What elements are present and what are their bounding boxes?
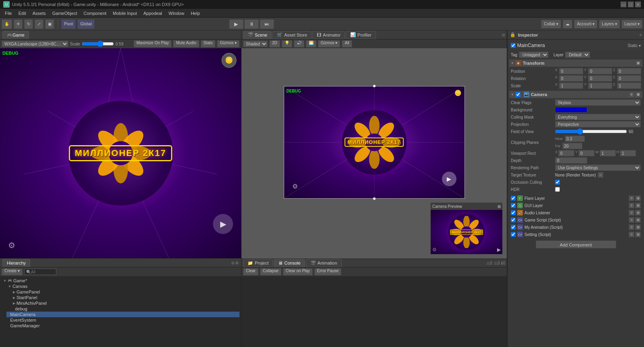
audio-help-btn[interactable]: ?: [629, 210, 634, 216]
transform-header[interactable]: ▼ ⊕ Transform ⚙: [509, 60, 642, 67]
my-animation-checkbox[interactable]: [511, 225, 516, 230]
global-btn[interactable]: Global: [77, 19, 95, 29]
tag-dropdown[interactable]: Untagged: [519, 51, 549, 58]
scale-slider[interactable]: [82, 41, 114, 46]
my-animation-settings-btn[interactable]: ⚙: [635, 224, 641, 230]
render-path-dropdown[interactable]: Use Graphics Settings: [555, 164, 641, 171]
pos-x[interactable]: [559, 68, 583, 74]
audio-settings-btn[interactable]: ⚙: [635, 210, 641, 216]
scale-y[interactable]: [588, 82, 612, 89]
hierarchy-item-debug[interactable]: debug: [11, 306, 239, 312]
my-animation-help-btn[interactable]: ?: [629, 224, 634, 230]
gizmos-scene-btn[interactable]: Gizmos ▾: [318, 40, 341, 47]
hierarchy-tab[interactable]: Hierarchy: [2, 259, 30, 267]
vp-w[interactable]: [600, 150, 616, 156]
flare-help-btn[interactable]: ?: [629, 195, 634, 201]
2d-btn[interactable]: 2D: [269, 40, 280, 47]
depth-field[interactable]: [555, 157, 587, 164]
camera-help-btn[interactable]: ?: [629, 92, 634, 97]
setting-settings-btn[interactable]: ⚙: [635, 232, 641, 237]
animator-tab[interactable]: 🎞 Animator: [312, 31, 345, 39]
hdr-checkbox[interactable]: [555, 187, 560, 192]
resolution-dropdown[interactable]: WXGA Landscape (1280×8C…: [2, 41, 68, 47]
occlusion-checkbox[interactable]: [555, 180, 560, 185]
camera-preview-maximize[interactable]: ⊞: [497, 204, 501, 209]
menu-mobileinput[interactable]: Mobile Input: [109, 9, 140, 18]
gui-layer-checkbox[interactable]: [511, 203, 516, 208]
collab-btn[interactable]: Collab ▾: [541, 20, 561, 29]
transform-settings-btn[interactable]: ⚙: [635, 60, 641, 66]
project-tab[interactable]: 📁 Project: [243, 259, 273, 267]
pos-y[interactable]: [588, 68, 612, 74]
camera-active-checkbox[interactable]: [516, 92, 520, 97]
gui-settings-btn[interactable]: ⚙: [635, 203, 641, 208]
add-component-btn[interactable]: Add Component: [536, 240, 616, 248]
tool-rotate[interactable]: ↻: [24, 19, 33, 29]
hierarchy-item-gamemanager[interactable]: GameManager: [6, 323, 239, 329]
maximize-on-play-btn[interactable]: Maximize On Play: [134, 40, 172, 47]
fov-slider[interactable]: [555, 129, 627, 134]
tool-scale[interactable]: ⤢: [35, 19, 43, 29]
menu-appodeal[interactable]: Appodeal: [140, 9, 165, 18]
stats-btn[interactable]: Stats: [201, 40, 216, 47]
collapse-btn[interactable]: Collapse: [260, 268, 281, 275]
tool-rect[interactable]: ▣: [45, 19, 54, 29]
game-script-settings-btn[interactable]: ⚙: [635, 217, 641, 223]
inspector-lock-icon[interactable]: 🔒: [510, 32, 516, 37]
vp-y[interactable]: [578, 150, 594, 156]
hierarchy-item-eventsystem[interactable]: EventSystem: [6, 317, 239, 323]
tool-hand[interactable]: ✋: [2, 19, 12, 29]
mute-audio-btn[interactable]: Mute Audio: [173, 40, 199, 47]
menu-assets[interactable]: Assets: [29, 9, 49, 18]
layout-btn[interactable]: Layout ▾: [621, 20, 642, 29]
play-btn[interactable]: ▶: [229, 19, 244, 29]
scene-gear-icon[interactable]: ⚙: [292, 183, 298, 190]
hierarchy-item-miniachivpanel[interactable]: ▶ MiniAchivPanel: [11, 300, 239, 306]
gear-icon-game[interactable]: ⚙: [8, 240, 15, 250]
layer-dropdown[interactable]: Default: [565, 51, 590, 58]
shade-mode-dropdown[interactable]: Shaded: [243, 41, 268, 47]
flare-layer-checkbox[interactable]: [511, 196, 516, 201]
hierarchy-item-startpanel[interactable]: ▶ StartPanel: [11, 295, 239, 300]
window-controls[interactable]: — □ ✕: [621, 2, 641, 7]
background-color-swatch[interactable]: [555, 107, 587, 113]
scene-effects-btn[interactable]: 🌅: [306, 40, 316, 47]
cam-gear-icon[interactable]: ⚙: [432, 247, 437, 253]
menu-help[interactable]: Help: [188, 9, 203, 18]
layers-btn[interactable]: Layers ▾: [599, 20, 620, 29]
menu-edit[interactable]: Edit: [15, 9, 29, 18]
gui-help-btn[interactable]: ?: [629, 203, 634, 208]
projection-dropdown[interactable]: Perspective: [555, 121, 641, 127]
setting-script-checkbox[interactable]: [511, 232, 516, 237]
cam-play-btn[interactable]: ▶: [497, 247, 501, 253]
play-overlay[interactable]: ▶: [213, 214, 233, 234]
hierarchy-item-maincamera[interactable]: MainCamera: [6, 312, 239, 317]
error-pause-btn[interactable]: Error Pause: [314, 268, 341, 275]
static-label[interactable]: Static ▾: [627, 43, 641, 48]
scene-lights-btn[interactable]: 💡: [282, 40, 292, 47]
hierarchy-item-game[interactable]: ▼ 🎮 Game*: [2, 278, 239, 283]
audio-listener-checkbox[interactable]: [511, 210, 516, 215]
target-texture-select-btn[interactable]: ○: [598, 172, 603, 178]
step-btn[interactable]: ⏭: [260, 19, 274, 29]
hierarchy-search[interactable]: [24, 269, 56, 275]
clear-on-play-btn[interactable]: Clear on Play: [283, 268, 313, 275]
vp-h[interactable]: [620, 150, 636, 156]
pos-z[interactable]: [617, 68, 641, 74]
close-btn[interactable]: ✕: [635, 2, 641, 7]
menu-file[interactable]: File: [2, 9, 15, 18]
scene-audio-btn[interactable]: 🔊: [294, 40, 304, 47]
gizmos-btn[interactable]: Gizmos ▾: [217, 40, 239, 47]
all-btn[interactable]: All: [342, 40, 352, 47]
camera-header[interactable]: ▼ 📷 Camera ? ⚙: [509, 91, 642, 98]
inspector-menu-icon[interactable]: ≡: [640, 33, 642, 37]
scale-x[interactable]: [559, 82, 583, 89]
clear-btn[interactable]: Clear: [243, 268, 258, 275]
setting-help-btn[interactable]: ?: [629, 232, 634, 237]
hierarchy-item-gamepanel[interactable]: ▶ GamePanel: [11, 289, 239, 295]
account-btn[interactable]: Account ▾: [574, 20, 597, 29]
menu-gameobject[interactable]: GameObject: [49, 9, 80, 18]
menu-window[interactable]: Window: [165, 9, 188, 18]
pause-btn[interactable]: ⏸: [244, 19, 259, 29]
hierarchy-create-btn[interactable]: Create ▾: [2, 268, 23, 275]
